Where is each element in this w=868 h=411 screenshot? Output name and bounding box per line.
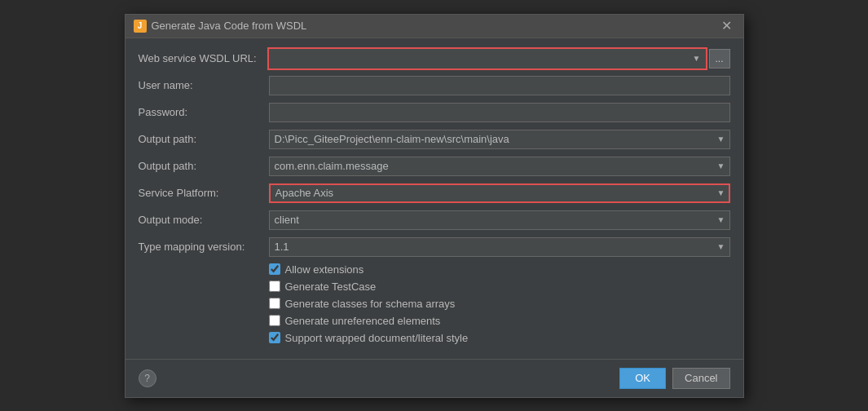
footer-left: ? [139, 369, 156, 387]
output-mode-select[interactable]: client [269, 210, 730, 230]
password-label: Password: [139, 106, 269, 118]
generate-java-dialog: J Generate Java Code from WSDL ✕ Web ser… [125, 14, 744, 398]
dialog-icon: J [134, 20, 147, 33]
cancel-button[interactable]: Cancel [672, 368, 729, 389]
output-package-dropdown-wrap: com.enn.claim.message ▼ [269, 157, 730, 176]
output-mode-control: client ▼ [269, 210, 730, 230]
ok-button[interactable]: OK [619, 368, 666, 389]
output-path-label: Output path: [139, 133, 269, 145]
username-control [269, 76, 730, 95]
service-platform-dropdown-wrap: Apache Axis ▼ [269, 183, 730, 203]
dialog-title: Generate Java Code from WSDL [152, 20, 307, 32]
output-package-select[interactable]: com.enn.claim.message [269, 157, 730, 176]
generate-unreferenced-label[interactable]: Generate unreferenced elements [285, 315, 441, 327]
type-mapping-select[interactable]: 1.1 [269, 237, 730, 257]
close-button[interactable]: ✕ [718, 20, 735, 33]
output-path-control: D:\Picc_GiteeProject\enn-claim-new\src\m… [269, 130, 730, 149]
password-row: Password: [139, 102, 730, 123]
type-mapping-label: Type mapping version: [139, 241, 269, 253]
output-mode-dropdown-wrap: client ▼ [269, 210, 730, 230]
allow-extensions-label[interactable]: Allow extensions [285, 263, 364, 276]
service-platform-label: Service Platform: [139, 187, 269, 199]
generate-classes-label[interactable]: Generate classes for schema arrays [285, 298, 456, 310]
support-wrapped-label[interactable]: Support wrapped document/literal style [285, 332, 469, 344]
generate-testcase-checkbox[interactable] [269, 281, 280, 292]
dialog-footer: ? OK Cancel [126, 359, 743, 397]
username-label: User name: [139, 79, 269, 91]
type-mapping-control: 1.1 ▼ [269, 237, 730, 257]
support-wrapped-row: Support wrapped document/literal style [139, 332, 730, 344]
output-package-row: Output path: com.enn.claim.message ▼ [139, 156, 730, 177]
allow-extensions-row: Allow extensions [139, 263, 730, 276]
service-platform-control: Apache Axis ▼ [269, 183, 730, 203]
wsdl-url-input[interactable] [269, 49, 706, 68]
output-mode-label: Output mode: [139, 214, 269, 226]
output-path-dropdown-wrap: D:\Picc_GiteeProject\enn-claim-new\src\m… [269, 130, 730, 149]
support-wrapped-checkbox[interactable] [269, 332, 280, 343]
generate-unreferenced-row: Generate unreferenced elements [139, 315, 730, 327]
output-path-select[interactable]: D:\Picc_GiteeProject\enn-claim-new\src\m… [269, 130, 730, 149]
type-mapping-dropdown-wrap: 1.1 ▼ [269, 237, 730, 257]
output-path-row: Output path: D:\Picc_GiteeProject\enn-cl… [139, 129, 730, 150]
allow-extensions-checkbox[interactable] [269, 263, 280, 275]
generate-classes-row: Generate classes for schema arrays [139, 298, 730, 310]
wsdl-url-dropdown-wrap: ▼ [269, 49, 706, 68]
title-left: J Generate Java Code from WSDL [134, 20, 307, 33]
service-platform-row: Service Platform: Apache Axis ▼ [139, 183, 730, 204]
wsdl-url-row: Web service WSDL URL: ▼ ... [139, 48, 730, 69]
type-mapping-row: Type mapping version: 1.1 ▼ [139, 236, 730, 258]
wsdl-url-label: Web service WSDL URL: [139, 52, 269, 64]
password-control [269, 103, 730, 122]
generate-unreferenced-checkbox[interactable] [269, 315, 280, 326]
service-platform-select[interactable]: Apache Axis [269, 183, 730, 203]
generate-testcase-row: Generate TestCase [139, 281, 730, 293]
dialog-content: Web service WSDL URL: ▼ ... User name: P… [126, 38, 743, 359]
username-input[interactable] [269, 76, 730, 95]
output-package-label: Output path: [139, 160, 269, 172]
title-bar: J Generate Java Code from WSDL ✕ [126, 15, 743, 38]
generate-classes-checkbox[interactable] [269, 298, 280, 309]
generate-testcase-label[interactable]: Generate TestCase [285, 281, 377, 293]
help-button[interactable]: ? [139, 369, 156, 387]
browse-button[interactable]: ... [709, 49, 730, 68]
output-mode-row: Output mode: client ▼ [139, 210, 730, 231]
password-input[interactable] [269, 103, 730, 122]
output-package-control: com.enn.claim.message ▼ [269, 157, 730, 176]
wsdl-url-control: ▼ ... [269, 49, 730, 68]
username-row: User name: [139, 75, 730, 96]
